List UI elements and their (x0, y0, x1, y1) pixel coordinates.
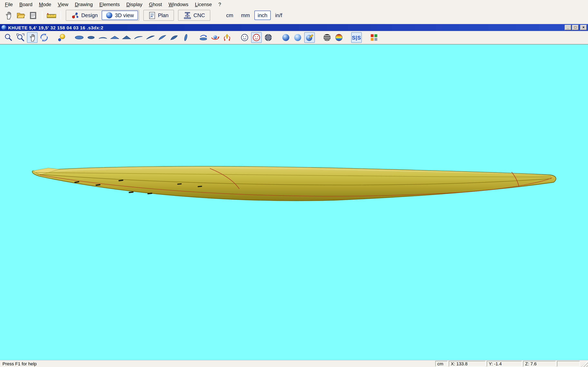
select-tool-button[interactable] (2, 10, 15, 21)
board-body (32, 166, 556, 201)
menu-bar: File Board Mode View Drawing Elements Di… (0, 0, 588, 9)
status-x-coordinate: X: 133.8 (449, 361, 485, 367)
light-button[interactable] (56, 32, 67, 43)
menu-windows[interactable]: Windows (165, 1, 191, 8)
zebra-analysis-button[interactable] (322, 32, 332, 43)
status-bar: Press F1 for help cm X: 133.8 Y: -1.4 Z:… (0, 360, 588, 367)
view-outline-icon (75, 33, 84, 42)
render-lines-button[interactable] (304, 32, 315, 43)
render-wireframe-button[interactable] (239, 32, 250, 43)
zoom-button[interactable] (3, 32, 14, 43)
render-shaded-button[interactable] (281, 32, 291, 43)
view-rocker-button[interactable] (98, 32, 108, 43)
maximize-button[interactable]: □ (572, 25, 579, 30)
sphere-3d-icon (106, 12, 113, 19)
view-slice2-icon (169, 33, 178, 42)
mode-group-design-3d: Design 3D view (66, 10, 139, 21)
application-window: File Board Mode View Drawing Elements Di… (0, 0, 588, 367)
render-wireframe-icon (240, 33, 249, 42)
zebra-icon (323, 33, 332, 42)
unit-selector: cm mm inch in/f (223, 11, 285, 20)
zoom-window-icon (16, 33, 25, 42)
menu-elements[interactable]: Elements (96, 1, 123, 8)
cnc-mode-button[interactable]: CNC (179, 11, 209, 20)
plan-mode-label: Plan (158, 12, 168, 18)
view3d-mode-button[interactable]: 3D view (102, 11, 138, 20)
rotate-3d-icon (40, 33, 49, 42)
color-settings-button[interactable] (369, 32, 379, 43)
menu-drawing[interactable]: Drawing (72, 1, 96, 8)
close-button[interactable]: × (580, 25, 587, 30)
plan-mode-button[interactable]: Plan (144, 11, 173, 20)
rotate-flip-button[interactable] (222, 32, 232, 43)
view-slice-icon (158, 33, 167, 42)
menu-file[interactable]: File (2, 1, 16, 8)
design-mode-button[interactable]: Design (67, 11, 102, 20)
render-mesh-icon (264, 33, 273, 42)
zoom-window-button[interactable] (15, 32, 26, 43)
cnc-machine-icon (183, 11, 191, 19)
pan-hand-icon (28, 33, 36, 42)
ruler-icon (47, 11, 56, 20)
notes-button[interactable] (27, 10, 39, 21)
view-slice2-button[interactable] (169, 32, 179, 43)
status-empty-panel (557, 361, 580, 367)
design-mode-label: Design (81, 12, 98, 18)
view-nose-button[interactable] (109, 32, 120, 43)
measurements-button[interactable] (45, 10, 58, 21)
view-curve-icon (134, 33, 143, 42)
document-sphere-icon (1, 25, 7, 30)
menu-ghost[interactable]: Ghost (146, 1, 165, 8)
view-toolbar: S|S (0, 31, 588, 44)
curvature-analysis-button[interactable] (334, 32, 344, 43)
menu-view[interactable]: View (54, 1, 72, 8)
rotate-axis-button[interactable] (210, 32, 221, 43)
rotate-view-button[interactable] (39, 32, 49, 43)
canvas-3d-view[interactable] (0, 44, 588, 360)
menu-board[interactable]: Board (16, 1, 36, 8)
open-folder-icon (16, 11, 25, 20)
view-deck-button[interactable] (86, 32, 96, 43)
view-curve2-button[interactable] (145, 32, 156, 43)
rainbow-icon (334, 33, 343, 42)
document-title-bar[interactable]: KHUETE 5,4' 19,5' 32 158 04 03 16 .s3dx:… (0, 24, 588, 31)
unit-inf-button[interactable]: in/f (272, 11, 286, 20)
mode-group-cnc: CNC (178, 10, 210, 21)
menu-mode[interactable]: Mode (36, 1, 54, 8)
view-profile-button[interactable] (181, 32, 191, 43)
light-icon (57, 33, 66, 42)
pan-tool-button[interactable] (27, 32, 38, 43)
zoom-icon (4, 33, 13, 42)
status-unit: cm (435, 361, 448, 367)
view3d-mode-label: 3D view (115, 12, 134, 18)
unit-cm-button[interactable]: cm (223, 11, 237, 20)
render-smooth-icon (293, 33, 302, 42)
rotate-axis-icon (211, 33, 220, 42)
view-profile-icon (181, 33, 190, 42)
render-control-button[interactable] (251, 32, 262, 43)
view-outline-button[interactable] (74, 32, 85, 43)
menu-license[interactable]: License (192, 1, 215, 8)
render-shaded-icon (281, 33, 290, 42)
resize-grip[interactable] (581, 360, 588, 367)
unit-mm-button[interactable]: mm (238, 11, 253, 20)
rotate-board-button[interactable] (198, 32, 209, 43)
unit-inch-button[interactable]: inch (254, 11, 271, 20)
pointer-hand-icon (4, 11, 13, 20)
surfboard-3d-render (0, 44, 588, 360)
view-tail-button[interactable] (121, 32, 132, 43)
menu-display[interactable]: Display (123, 1, 146, 8)
palette-icon (370, 33, 379, 42)
minimize-button[interactable]: _ (565, 25, 571, 30)
menu-help[interactable]: ? (215, 1, 224, 8)
open-file-button[interactable] (15, 10, 27, 21)
toolbar-gap (0, 22, 588, 24)
view-curve2-icon (146, 33, 155, 42)
render-mesh-button[interactable] (263, 32, 274, 43)
rotate-flip-icon (223, 33, 232, 42)
view-slice-button[interactable] (157, 32, 167, 43)
document-title: KHUETE 5,4' 19,5' 32 158 04 03 16 .s3dx:… (7, 25, 564, 30)
symmetry-button[interactable]: S|S (351, 32, 362, 43)
render-smooth-button[interactable] (292, 32, 303, 43)
view-curve-button[interactable] (133, 32, 144, 43)
